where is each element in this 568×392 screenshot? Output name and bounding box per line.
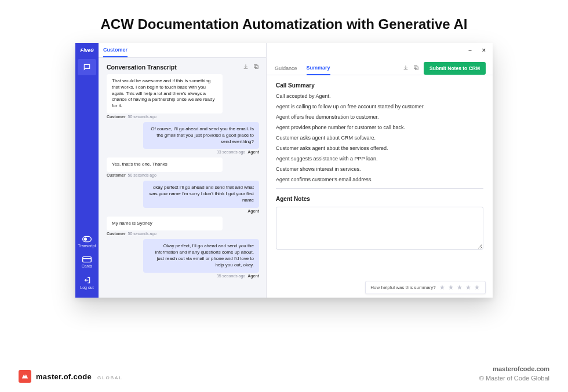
message-bubble: Yes, that's the one. Thanks [107,157,223,172]
footer-brand: master.of.code GLOBAL [36,372,123,381]
message-meta: Agent [143,209,259,213]
footer-brand-text: master.of.code [36,372,92,381]
summary-line: Customer asks agent about the services o… [276,145,483,151]
summary-panel: – ✕ Guidance Summary Submit Notes to CRM… [267,43,493,298]
page-title: ACW Documentation Automatization with Ge… [0,16,568,32]
header-row-left: Customer [99,43,266,58]
svg-rect-6 [254,65,257,68]
transcript-title: Conversation Transcript [107,64,177,71]
footer-brand-block: master.of.code GLOBAL [19,370,123,383]
message-agent: Of course, I'll go ahead and send you th… [107,122,259,154]
tab-summary[interactable]: Summary [307,61,330,75]
message-bubble: Okay perfect, I'll go ahead and send you… [143,239,259,272]
message-agent: Okay perfect, I'll go ahead and send you… [107,239,259,277]
logo-text: Five9 [80,47,93,53]
five9-logo: Five9 [78,45,96,56]
message-list: That would be awesome and if this is som… [99,74,266,298]
summary-line: Customer shows interest in services. [276,166,483,172]
sidebar-item-label: Log out [80,285,93,290]
close-button[interactable]: ✕ [480,46,488,54]
svg-rect-8 [414,65,417,68]
sidebar-item-transcript[interactable]: Transcript [78,236,96,248]
sidebar-item-label: Cards [82,264,93,268]
sidebar-item-label: Transcript [78,244,96,248]
rating-stars[interactable]: ★ ★ ★ ★ ★ [439,284,480,291]
copy-icon[interactable] [413,65,419,72]
sidebar-item-cards[interactable]: Cards [82,256,93,268]
svg-point-1 [84,237,87,240]
summary-line: Agent confirms customer's email address. [276,177,483,182]
page-footer: master.of.code GLOBAL masterofcode.com ©… [0,365,568,383]
message-customer: My name is SydneyCustomer 50 seconds ago [107,217,259,236]
svg-rect-2 [83,257,92,262]
panel-tabs: Guidance Summary Submit Notes to CRM [267,58,493,75]
rating-bar: How helpful was this summary? ★ ★ ★ ★ ★ [365,281,486,294]
download-icon[interactable] [403,65,409,72]
chat-icon[interactable] [78,59,96,75]
summary-body: Call Summary Call accepted by Agent.Agen… [267,75,493,298]
message-customer: That would be awesome and if this is som… [107,74,259,119]
sidebar-item-logout[interactable]: Log out [80,276,93,290]
minimize-button[interactable]: – [466,46,474,54]
footer-site: masterofcode.com [479,365,549,373]
footer-copyright: © Master of Code Global [479,374,549,383]
summary-line: Customer asks agent about CRM software. [276,135,483,141]
main-area: Customer Conversation Transcript That wo… [99,43,493,298]
app-window: Five9 Transcript Cards Log out Customer … [75,43,493,298]
sidebar: Five9 Transcript Cards Log out [75,43,99,298]
message-bubble: okay perfect I'll go ahead and send that… [143,181,259,207]
agent-notes-input[interactable] [276,207,483,250]
moc-logo-icon [19,370,31,383]
message-meta: Customer 50 seconds ago [107,173,259,177]
summary-line: Agent suggests assistance with a PPP loa… [276,156,483,162]
summary-line: Agent offers free demonstration to custo… [276,114,483,120]
tab-guidance[interactable]: Guidance [275,62,297,75]
summary-line: Call accepted by Agent. [276,93,483,99]
agent-notes-heading: Agent Notes [276,196,483,202]
footer-brand-sub: GLOBAL [97,375,123,380]
message-bubble: Of course, I'll go ahead and send you th… [143,122,259,149]
message-meta: 33 seconds ago Agent [143,150,259,154]
message-meta: 35 seconds ago Agent [143,274,259,278]
copy-icon[interactable] [253,64,259,71]
message-meta: Customer 50 seconds ago [107,232,259,236]
call-summary-heading: Call Summary [276,82,483,89]
svg-rect-5 [255,65,258,68]
message-meta: Customer 50 seconds ago [107,115,259,119]
submit-notes-button[interactable]: Submit Notes to CRM [424,62,486,75]
tab-customer[interactable]: Customer [103,43,128,57]
svg-rect-7 [415,67,418,69]
divider [276,188,483,189]
transcript-panel: Customer Conversation Transcript That wo… [99,43,267,298]
summary-line: Agent provides phone number for customer… [276,124,483,130]
message-bubble: That would be awesome and if this is som… [107,74,223,113]
message-agent: okay perfect I'll go ahead and send that… [107,181,259,213]
message-bubble: My name is Sydney [107,217,223,231]
transcript-header: Conversation Transcript [99,58,266,74]
rating-prompt: How helpful was this summary? [370,285,435,290]
window-controls: – ✕ [267,43,493,58]
summary-line: Agent is calling to follow up on free ac… [276,104,483,109]
download-icon[interactable] [243,64,249,71]
message-customer: Yes, that's the one. ThanksCustomer 50 s… [107,157,259,177]
